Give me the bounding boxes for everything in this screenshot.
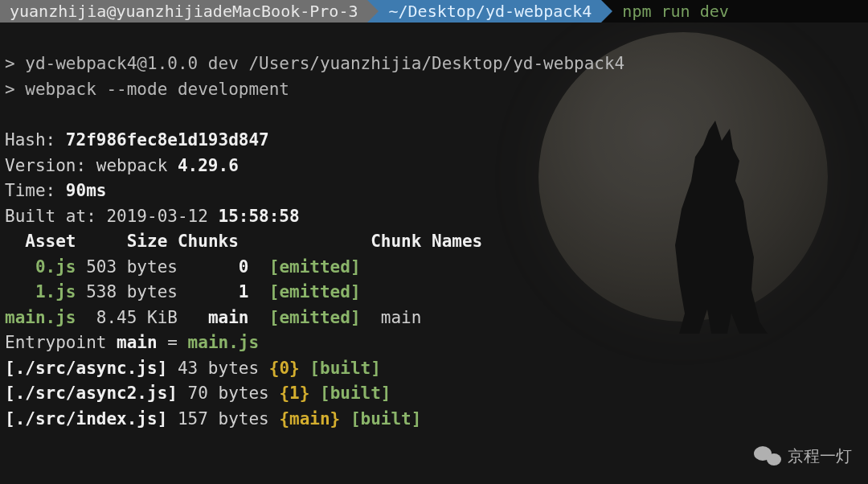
watermark: 京程一灯	[754, 444, 852, 468]
table-row: 1.js 538 bytes 1 [emitted]	[5, 280, 862, 306]
entrypoint-line: Entrypoint main = main.js	[5, 330, 862, 356]
terminal-output: > yd-webpack4@1.0.0 dev /Users/yuanzhiji…	[0, 23, 868, 432]
watermark-text: 京程一灯	[788, 444, 852, 468]
module-line: [./src/async2.js] 70 bytes {1} [built]	[5, 381, 862, 407]
table-row: 0.js 503 bytes 0 [emitted]	[5, 255, 862, 281]
prompt-user: yuanzhijia@yuanzhijiadeMacBook-Pro-3	[0, 0, 367, 23]
script-line-1: > yd-webpack4@1.0.0 dev /Users/yuanzhiji…	[5, 51, 862, 77]
prompt-path: ~/Desktop/yd-webpack4	[367, 0, 601, 23]
shell-prompt: yuanzhijia@yuanzhijiadeMacBook-Pro-3 ~/D…	[0, 0, 868, 23]
hash-line: Hash: 72f986fec8e1d193d847	[5, 128, 862, 154]
script-line-2: > webpack --mode development	[5, 77, 862, 103]
built-line: Built at: 2019-03-12 15:58:58	[5, 204, 862, 230]
prompt-command[interactable]: npm run dev	[601, 0, 868, 23]
module-line: [./src/index.js] 157 bytes {main} [built…	[5, 407, 862, 433]
module-line: [./src/async.js] 43 bytes {0} [built]	[5, 356, 862, 382]
time-line: Time: 90ms	[5, 178, 862, 204]
table-row: main.js 8.45 KiB main [emitted] main	[5, 306, 862, 331]
version-line: Version: webpack 4.29.6	[5, 154, 862, 179]
table-header: Asset Size Chunks Chunk Names	[5, 229, 862, 255]
wechat-icon	[754, 445, 781, 467]
